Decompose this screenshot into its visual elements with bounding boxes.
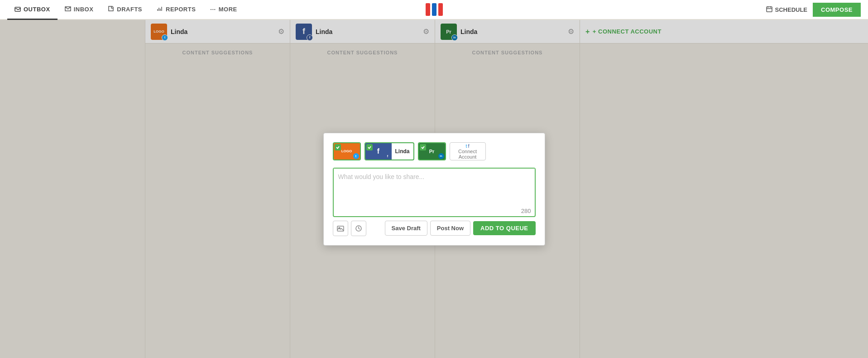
svg-rect-1 [767,7,772,12]
schedule-icon [766,6,772,14]
outbox-label: OUTBOX [24,6,50,13]
nav-left: OUTBOX INBOX DRAFTS [7,0,245,19]
schedule-label: SCHEDULE [775,6,808,13]
linkedin-account-chip[interactable]: Pr in [418,142,446,160]
linkedin-chip-check [420,144,426,150]
columns-area: LOGO t Linda ⚙ CONTENT SUGGESTIONS f f L… [0,20,868,358]
schedule-time-button[interactable] [351,221,366,236]
nav-drafts[interactable]: DRAFTS [101,0,149,20]
account-selector-row: LOGO t f [333,142,536,160]
twitter-chip-badge: t [353,153,359,159]
app-logo [426,3,443,16]
drafts-label: DRAFTS [117,6,142,13]
twitter-chip-check [335,144,341,150]
nav-inbox[interactable]: INBOX [58,0,101,20]
facebook-connect-icon: f [468,143,470,149]
top-navigation: OUTBOX INBOX DRAFTS [0,0,868,20]
post-now-button[interactable]: Post Now [430,221,470,236]
more-label: MORE [219,6,237,13]
compose-button[interactable]: COMPOSE [813,3,861,17]
nav-reports[interactable]: REPORTS [149,0,203,20]
add-to-queue-button[interactable]: ADD TO QUEUE [473,221,535,235]
facebook-chip-name: Linda [392,148,413,155]
schedule-button[interactable]: SCHEDULE [766,6,808,14]
compose-modal: LOGO t f [323,133,545,246]
facebook-chip-badge: f [385,153,391,159]
connect-chip-label: Connect [458,149,477,154]
modal-overlay: LOGO t f [0,20,868,358]
nav-outbox[interactable]: OUTBOX [7,0,58,20]
reports-label: REPORTS [166,6,196,13]
connect-account-chip[interactable]: t f Connect Account [450,142,486,160]
inbox-icon [65,5,71,13]
nav-more[interactable]: ··· MORE [203,0,244,20]
connect-icons-row: t f [465,143,469,149]
inbox-label: INBOX [74,6,94,13]
reports-icon [157,5,163,13]
drafts-icon [108,5,114,13]
linkedin-chip-badge: in [438,153,444,159]
compose-textarea[interactable] [334,169,535,205]
save-draft-button[interactable]: Save Draft [385,221,427,236]
char-count: 280 [334,207,535,216]
compose-bottom-row: Save Draft Post Now ADD TO QUEUE [333,221,536,236]
connect-chip-sub: Account [459,154,477,160]
media-upload-button[interactable] [333,221,348,236]
nav-right: SCHEDULE COMPOSE [766,3,861,17]
compose-area: 280 [333,168,536,217]
facebook-chip-check [366,144,373,150]
facebook-account-chip[interactable]: f f Linda [364,142,414,160]
twitter-account-chip[interactable]: LOGO t [333,142,361,160]
outbox-icon [14,5,21,13]
twitter-connect-icon: t [465,143,467,149]
more-icon: ··· [210,6,216,13]
